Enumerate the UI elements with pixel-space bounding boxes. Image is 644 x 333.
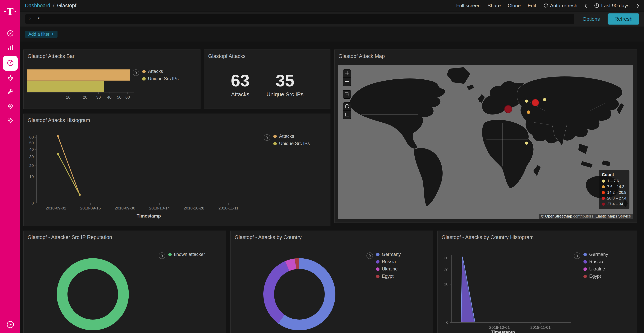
legend-item[interactable]: Unique Src IPs [273,141,310,146]
crop-icon [344,91,350,97]
legend-toggle-icon[interactable] [574,252,580,259]
legend-dot [584,260,587,263]
metric-unique-src-ips: 35 Unique Src IPs [266,72,304,97]
legend-toggle-icon[interactable] [264,134,270,141]
polygon-icon [344,104,350,110]
sidebar-collapse-button[interactable] [0,320,20,330]
legend-label: Attacks [148,69,163,74]
metric-group: 63 Attacks 35 Unique Src IPs [204,72,330,97]
legend-range: 1 – 7.6 [607,178,619,184]
sidebar-item-discover[interactable] [3,27,17,41]
plus-icon [344,71,350,77]
metric-label: Unique Src IPs [266,91,304,97]
breadcrumb-separator: / [53,3,54,9]
legend-item[interactable]: Ukraine [584,267,608,272]
time-back-button[interactable] [584,3,588,8]
svg-text:Timestamp: Timestamp [137,213,161,218]
svg-text:60: 60 [125,95,130,99]
sidebar-item-visualize[interactable] [3,41,17,55]
zoom-out-button[interactable] [343,78,351,86]
legend-label: Russia [382,259,396,264]
logo-dot-right [14,11,16,12]
sidebar-item-dashboard[interactable] [3,56,18,71]
query-input[interactable]: >_ * [25,14,574,24]
rectangle-icon [344,112,350,118]
kibana-dashboard: T [0,0,644,333]
legend-toggle-icon[interactable] [366,252,373,259]
legend-item[interactable]: Germany [376,252,401,257]
metric-attacks: 63 Attacks [231,72,250,97]
donut-slice-known-attacker[interactable] [62,263,124,325]
donut-chart [257,252,342,333]
sidebar-item-management[interactable] [3,114,17,128]
attribution-text: contributors, [572,214,595,218]
legend-item[interactable]: known attacker [168,252,205,257]
time-forward-button[interactable] [636,3,640,8]
refresh-button[interactable]: Refresh [608,13,640,24]
legend-label: Germany [382,252,401,257]
refresh-arrows-icon [543,3,548,8]
legend-item[interactable]: Attacks [273,134,310,139]
gear-icon [6,117,14,125]
query-value: * [38,16,40,22]
legend-dot [602,179,605,182]
clone-button[interactable]: Clone [508,3,521,9]
sidebar-item-apm[interactable] [3,71,17,86]
legend-dot [602,191,605,194]
auto-refresh-button[interactable]: Auto-refresh [543,3,577,9]
edit-button[interactable]: Edit [528,3,536,9]
legend-dot [602,185,605,188]
legend-dot [273,142,277,145]
sidebar-item-monitoring[interactable] [3,100,17,114]
map-attribution: © OpenStreetMap contributors, Elastic Ma… [539,214,633,219]
svg-text:20: 20 [29,163,34,168]
legend-item[interactable]: Germany [584,252,608,257]
full-screen-button[interactable]: Full screen [456,3,480,9]
time-range-picker[interactable]: Last 90 days [594,3,630,9]
svg-text:2018-11-01: 2018-11-01 [530,325,551,329]
legend-label: Egypt [589,274,601,279]
breadcrumb: Dashboard / Glastopf [25,3,76,9]
options-link[interactable]: Options [583,16,600,22]
logo-letter: T [7,6,14,17]
svg-text:Timestamp: Timestamp [491,329,515,333]
legend-item[interactable]: Egypt [376,274,401,279]
legend-dot [376,275,380,278]
breadcrumb-dashboard[interactable]: Dashboard [25,3,50,9]
legend-toggle-icon[interactable] [159,252,165,259]
legend-item[interactable]: Attacks [142,69,179,74]
zoom-in-button[interactable] [343,70,351,78]
panel-title: Glastopf Attack Map [335,50,637,59]
add-filter-button[interactable]: Add a filter + [25,31,57,38]
elastic-maps-service-label: Elastic Maps Service [595,214,631,218]
telekom-logo[interactable]: T [4,3,16,20]
chevron-right-icon [636,3,640,8]
legend-item[interactable]: Russia [584,259,608,264]
legend-item[interactable]: Ukraine [376,267,401,272]
panel-attacks-bar: Glastopf Attacks Bar 10 20 30 40 50 60 A… [24,50,200,109]
svg-text:0: 0 [32,201,34,205]
map-canvas [338,65,633,219]
legend-toggle-icon[interactable] [133,70,139,76]
legend-label: Germany [589,252,608,257]
clock-icon [594,3,599,8]
svg-text:2018-09-16: 2018-09-16 [80,206,100,210]
svg-text:40: 40 [29,147,34,152]
legend-label: Russia [589,259,603,264]
bar-chart-icon [6,44,14,53]
share-button[interactable]: Share [488,3,501,9]
draw-polygon-button[interactable] [343,102,351,111]
legend-item[interactable]: Russia [376,259,401,264]
draw-rectangle-button[interactable] [343,111,351,119]
openstreetmap-link[interactable]: © OpenStreetMap [541,214,572,218]
panel-title: Glastopf - Attacker Src IP Reputation [24,231,226,240]
world-map[interactable]: Count 1 – 7.6 7.6 – 14.2 14.2 – 20.8 20.… [338,65,633,219]
legend-dot [376,253,380,256]
metric-value: 63 [231,72,250,89]
legend-item[interactable]: Unique Src IPs [142,76,179,81]
minus-icon [344,79,350,85]
sidebar-item-dev-tools[interactable] [3,86,17,100]
svg-text:10: 10 [66,95,70,99]
fit-bounds-button[interactable] [343,90,351,99]
legend-item[interactable]: Egypt [584,274,608,279]
